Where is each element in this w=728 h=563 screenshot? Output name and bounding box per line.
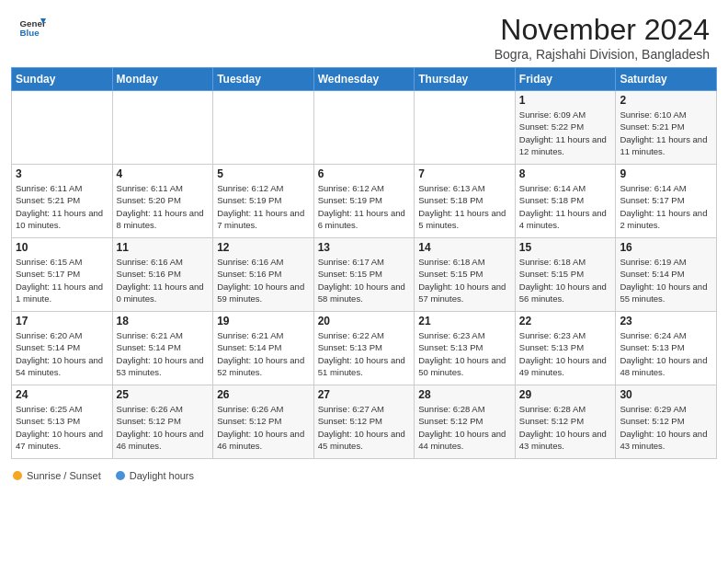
day-number: 4 — [117, 167, 210, 180]
day-number: 30 — [620, 388, 712, 401]
weekday-header: Wednesday — [313, 68, 415, 91]
calendar-cell: 25Sunrise: 6:26 AM Sunset: 5:12 PM Dayli… — [112, 385, 213, 459]
day-info: Sunrise: 6:18 AM Sunset: 5:15 PM Dayligh… — [519, 256, 612, 304]
calendar-cell: 4Sunrise: 6:11 AM Sunset: 5:20 PM Daylig… — [112, 165, 213, 238]
day-number: 22 — [519, 315, 612, 327]
calendar-cell: 1Sunrise: 6:09 AM Sunset: 5:22 PM Daylig… — [515, 91, 616, 165]
daylight-legend: Daylight hours — [116, 470, 194, 481]
day-info: Sunrise: 6:15 AM Sunset: 5:17 PM Dayligh… — [16, 256, 108, 304]
day-number: 2 — [620, 94, 712, 107]
day-number: 27 — [318, 388, 411, 401]
day-number: 29 — [519, 388, 612, 401]
weekday-header: Saturday — [616, 68, 717, 91]
logo: General Blue — [18, 13, 46, 40]
day-number: 17 — [16, 315, 108, 327]
day-info: Sunrise: 6:23 AM Sunset: 5:13 PM Dayligh… — [519, 329, 612, 378]
calendar-cell: 14Sunrise: 6:18 AM Sunset: 5:15 PM Dayli… — [415, 238, 516, 312]
sunrise-dot — [13, 471, 22, 480]
sunrise-legend: Sunrise / Sunset — [13, 470, 101, 481]
day-number: 10 — [16, 241, 108, 254]
day-number: 5 — [217, 167, 310, 180]
daylight-label: Daylight hours — [130, 470, 194, 481]
day-info: Sunrise: 6:24 AM Sunset: 5:13 PM Dayligh… — [620, 329, 712, 378]
day-number: 12 — [217, 241, 310, 254]
day-number: 25 — [117, 388, 210, 401]
day-number: 23 — [620, 315, 712, 327]
header: General Blue November 2024 Bogra, Rajsha… — [0, 0, 728, 67]
weekday-header: Friday — [515, 68, 616, 91]
weekday-header: Sunday — [12, 68, 113, 91]
calendar-cell: 23Sunrise: 6:24 AM Sunset: 5:13 PM Dayli… — [616, 312, 717, 385]
day-info: Sunrise: 6:17 AM Sunset: 5:15 PM Dayligh… — [318, 256, 411, 304]
calendar-cell: 22Sunrise: 6:23 AM Sunset: 5:13 PM Dayli… — [515, 312, 616, 385]
calendar-cell: 27Sunrise: 6:27 AM Sunset: 5:12 PM Dayli… — [313, 385, 415, 459]
calendar-cell: 7Sunrise: 6:13 AM Sunset: 5:18 PM Daylig… — [415, 165, 516, 238]
svg-text:Blue: Blue — [20, 28, 40, 38]
weekday-header: Monday — [112, 68, 213, 91]
month-title: November 2024 — [495, 13, 710, 47]
day-info: Sunrise: 6:21 AM Sunset: 5:14 PM Dayligh… — [117, 329, 210, 378]
day-info: Sunrise: 6:12 AM Sunset: 5:19 PM Dayligh… — [217, 182, 310, 231]
day-info: Sunrise: 6:19 AM Sunset: 5:14 PM Dayligh… — [620, 256, 712, 304]
weekday-header: Tuesday — [213, 68, 314, 91]
title-section: November 2024 Bogra, Rajshahi Division, … — [495, 13, 710, 62]
calendar-cell: 8Sunrise: 6:14 AM Sunset: 5:18 PM Daylig… — [515, 165, 616, 238]
sunrise-label: Sunrise / Sunset — [27, 470, 101, 481]
weekday-header: Thursday — [415, 68, 516, 91]
calendar-cell — [313, 91, 415, 165]
calendar-cell: 11Sunrise: 6:16 AM Sunset: 5:16 PM Dayli… — [112, 238, 213, 312]
calendar-cell: 19Sunrise: 6:21 AM Sunset: 5:14 PM Dayli… — [213, 312, 314, 385]
calendar-cell: 10Sunrise: 6:15 AM Sunset: 5:17 PM Dayli… — [12, 238, 113, 312]
day-number: 15 — [519, 241, 612, 254]
calendar-cell: 12Sunrise: 6:16 AM Sunset: 5:16 PM Dayli… — [213, 238, 314, 312]
weekday-header-row: SundayMondayTuesdayWednesdayThursdayFrid… — [12, 68, 717, 91]
calendar-cell — [112, 91, 213, 165]
day-info: Sunrise: 6:28 AM Sunset: 5:12 PM Dayligh… — [418, 403, 511, 452]
subtitle: Bogra, Rajshahi Division, Bangladesh — [495, 47, 710, 62]
day-info: Sunrise: 6:16 AM Sunset: 5:16 PM Dayligh… — [217, 256, 310, 304]
day-info: Sunrise: 6:16 AM Sunset: 5:16 PM Dayligh… — [117, 256, 210, 304]
calendar-cell: 28Sunrise: 6:28 AM Sunset: 5:12 PM Dayli… — [415, 385, 516, 459]
day-info: Sunrise: 6:26 AM Sunset: 5:12 PM Dayligh… — [117, 403, 210, 452]
day-info: Sunrise: 6:23 AM Sunset: 5:13 PM Dayligh… — [418, 329, 511, 378]
day-info: Sunrise: 6:11 AM Sunset: 5:21 PM Dayligh… — [16, 182, 108, 231]
day-number: 24 — [16, 388, 108, 401]
calendar-week-row: 10Sunrise: 6:15 AM Sunset: 5:17 PM Dayli… — [12, 238, 717, 312]
calendar-cell: 6Sunrise: 6:12 AM Sunset: 5:19 PM Daylig… — [313, 165, 415, 238]
day-info: Sunrise: 6:27 AM Sunset: 5:12 PM Dayligh… — [318, 403, 411, 452]
calendar-cell — [12, 91, 113, 165]
day-number: 6 — [318, 167, 411, 180]
calendar-week-row: 3Sunrise: 6:11 AM Sunset: 5:21 PM Daylig… — [12, 165, 717, 238]
calendar-cell: 21Sunrise: 6:23 AM Sunset: 5:13 PM Dayli… — [415, 312, 516, 385]
calendar-cell: 16Sunrise: 6:19 AM Sunset: 5:14 PM Dayli… — [616, 238, 717, 312]
day-number: 7 — [418, 167, 511, 180]
day-number: 20 — [318, 315, 411, 327]
calendar-cell: 17Sunrise: 6:20 AM Sunset: 5:14 PM Dayli… — [12, 312, 113, 385]
calendar-cell: 13Sunrise: 6:17 AM Sunset: 5:15 PM Dayli… — [313, 238, 415, 312]
day-number: 9 — [620, 167, 712, 180]
day-number: 8 — [519, 167, 612, 180]
day-info: Sunrise: 6:28 AM Sunset: 5:12 PM Dayligh… — [519, 403, 612, 452]
calendar-cell: 5Sunrise: 6:12 AM Sunset: 5:19 PM Daylig… — [213, 165, 314, 238]
day-info: Sunrise: 6:18 AM Sunset: 5:15 PM Dayligh… — [418, 256, 511, 304]
day-info: Sunrise: 6:09 AM Sunset: 5:22 PM Dayligh… — [519, 109, 612, 157]
calendar-cell — [415, 91, 516, 165]
day-info: Sunrise: 6:26 AM Sunset: 5:12 PM Dayligh… — [217, 403, 310, 452]
day-info: Sunrise: 6:10 AM Sunset: 5:21 PM Dayligh… — [620, 109, 712, 157]
calendar-table: SundayMondayTuesdayWednesdayThursdayFrid… — [11, 67, 717, 459]
day-number: 21 — [418, 315, 511, 327]
day-info: Sunrise: 6:14 AM Sunset: 5:17 PM Dayligh… — [620, 182, 712, 231]
calendar-cell: 30Sunrise: 6:29 AM Sunset: 5:12 PM Dayli… — [616, 385, 717, 459]
calendar-cell: 2Sunrise: 6:10 AM Sunset: 5:21 PM Daylig… — [616, 91, 717, 165]
calendar-cell: 20Sunrise: 6:22 AM Sunset: 5:13 PM Dayli… — [313, 312, 415, 385]
day-number: 1 — [519, 94, 612, 107]
calendar-cell: 18Sunrise: 6:21 AM Sunset: 5:14 PM Dayli… — [112, 312, 213, 385]
legend: Sunrise / Sunset Daylight hours — [0, 466, 728, 487]
day-number: 11 — [117, 241, 210, 254]
calendar-week-row: 17Sunrise: 6:20 AM Sunset: 5:14 PM Dayli… — [12, 312, 717, 385]
day-info: Sunrise: 6:14 AM Sunset: 5:18 PM Dayligh… — [519, 182, 612, 231]
day-number: 19 — [217, 315, 310, 327]
day-info: Sunrise: 6:25 AM Sunset: 5:13 PM Dayligh… — [16, 403, 108, 452]
day-number: 18 — [117, 315, 210, 327]
day-info: Sunrise: 6:11 AM Sunset: 5:20 PM Dayligh… — [117, 182, 210, 231]
